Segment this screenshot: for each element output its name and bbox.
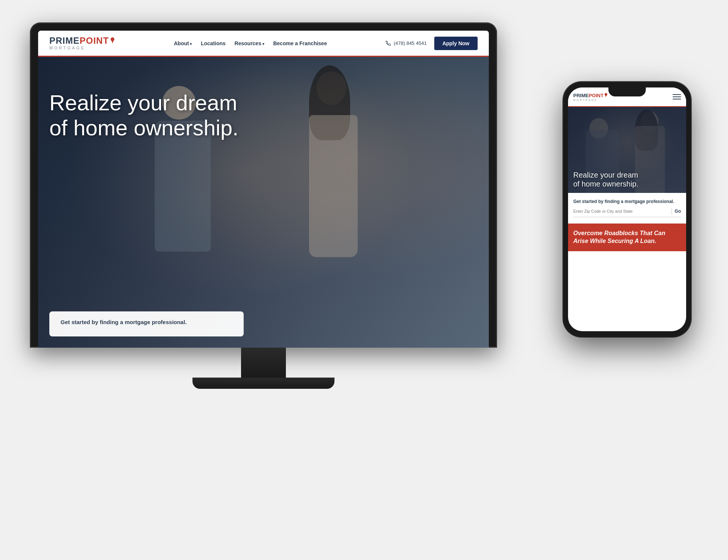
search-label: Get started by finding a mortgage profes… — [61, 319, 232, 325]
hero-title: Realize your dream of home ownership. — [49, 90, 238, 140]
phone-cta-text: Overcome Roadblocks That Can Arise While… — [573, 230, 681, 245]
hamburger-line-2 — [673, 96, 681, 97]
monitor-screen: PRIMEPOINT MORTGAGE About Locations R — [38, 31, 489, 348]
desktop-logo: PRIMEPOINT MORTGAGE — [49, 36, 115, 50]
phone-search-input[interactable] — [573, 209, 668, 213]
logo-mortgage-text: MORTGAGE — [49, 46, 115, 50]
nav-about[interactable]: About — [174, 40, 192, 46]
phone-hero-title: Realize your dream of home ownership. — [573, 170, 639, 188]
hamburger-line-1 — [673, 94, 681, 95]
phone-logo-mortgage: MORTGAGE — [573, 99, 608, 101]
phone-cta-section: Overcome Roadblocks That Can Arise While… — [568, 224, 686, 251]
hero-section: Realize your dream of home ownership. Ge… — [38, 57, 489, 348]
website-header: PRIMEPOINT MORTGAGE About Locations R — [38, 31, 489, 57]
monitor-frame: PRIMEPOINT MORTGAGE About Locations R — [30, 22, 497, 348]
nav-resources[interactable]: Resources — [235, 40, 264, 46]
phone-pin-icon — [604, 93, 608, 98]
phone-number: (478) 845 4541 — [386, 40, 427, 46]
apply-now-button[interactable]: Apply Now — [434, 37, 478, 50]
monitor-stand-base — [192, 378, 334, 389]
nav-right: (478) 845 4541 Apply Now — [386, 37, 478, 50]
desktop-nav: About Locations Resources Become a Franc… — [174, 40, 327, 46]
phone-icon — [386, 41, 391, 46]
phone-logo-prime: PRIMEPOINT — [573, 93, 604, 98]
hamburger-menu-icon[interactable] — [673, 94, 681, 99]
monitor-stand-neck — [241, 348, 286, 378]
search-divider — [671, 208, 672, 215]
phone-search-section: Get started by finding a mortgage profes… — [568, 193, 686, 224]
hero-content: Realize your dream of home ownership. — [49, 90, 238, 140]
nav-locations[interactable]: Locations — [201, 40, 225, 46]
phone-hero-section: Realize your dream of home ownership. — [568, 107, 686, 193]
phone-go-button[interactable]: Go — [675, 209, 681, 214]
hero-search-box: Get started by finding a mortgage profes… — [49, 311, 244, 336]
mobile-phone: PRIMEPOINT MORTGAGE — [564, 82, 691, 336]
pin-icon — [110, 37, 115, 44]
desktop-monitor: PRIMEPOINT MORTGAGE About Locations R — [30, 22, 497, 389]
phone-logo: PRIMEPOINT MORTGAGE — [573, 93, 608, 101]
phone-notch — [608, 87, 646, 96]
phone-search-row: Go — [573, 208, 681, 217]
page-container: PRIMEPOINT MORTGAGE About Locations R — [0, 0, 728, 560]
phone-screen: PRIMEPOINT MORTGAGE — [568, 87, 686, 331]
phone-frame: PRIMEPOINT MORTGAGE — [564, 82, 691, 336]
logo-prime-text: PRIMEPOINT — [49, 36, 109, 45]
hamburger-line-3 — [673, 99, 681, 99]
phone-search-label: Get started by finding a mortgage profes… — [573, 199, 681, 204]
nav-franchisee[interactable]: Become a Franchisee — [273, 40, 327, 46]
